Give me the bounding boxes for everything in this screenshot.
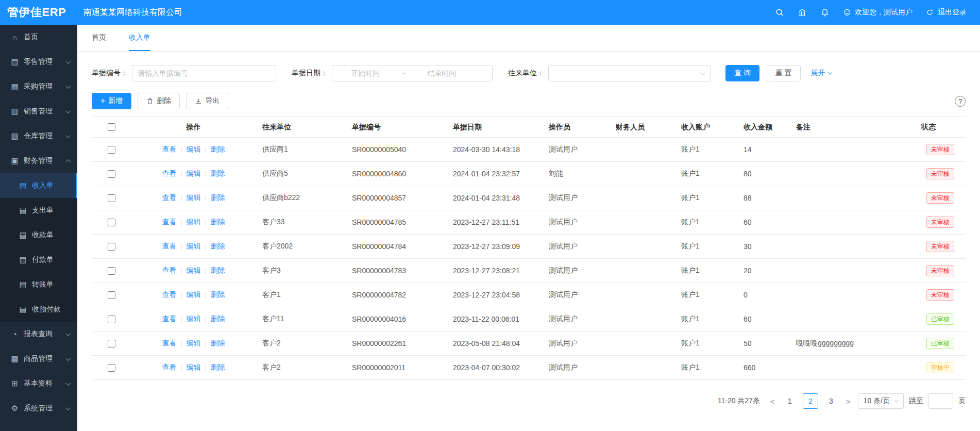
edit-link[interactable]: 编辑 bbox=[187, 266, 201, 275]
view-link[interactable]: 查看 bbox=[162, 193, 176, 203]
delete-link[interactable]: 删除 bbox=[211, 363, 225, 372]
delete-link[interactable]: 删除 bbox=[211, 193, 225, 203]
edit-link[interactable]: 编辑 bbox=[187, 218, 201, 227]
cell-bill-date: 2024-01-04 23:32:57 bbox=[447, 170, 543, 178]
row-checkbox[interactable] bbox=[108, 364, 115, 372]
sidebar-item-财务管理[interactable]: ▣财务管理 bbox=[0, 148, 77, 173]
home-shortcut-icon[interactable] bbox=[798, 8, 807, 17]
row-checkbox[interactable] bbox=[108, 170, 115, 178]
delete-link[interactable]: 删除 bbox=[211, 169, 225, 178]
reset-button[interactable]: 重 置 bbox=[767, 65, 801, 81]
edit-link[interactable]: 编辑 bbox=[187, 193, 201, 203]
delete-link[interactable]: 删除 bbox=[211, 218, 225, 227]
add-button[interactable]: + 新增 bbox=[92, 93, 131, 109]
sidebar-subitem-收入单[interactable]: ▤收入单 bbox=[0, 173, 77, 198]
view-link[interactable]: 查看 bbox=[162, 339, 176, 348]
logout-button[interactable]: 退出登录 bbox=[926, 8, 967, 17]
sidebar-item-系统管理[interactable]: ⚙系统管理 bbox=[0, 396, 77, 421]
sidebar-item-基本资料[interactable]: ⊞基本资料 bbox=[0, 371, 77, 396]
sidebar-subitem-付款单[interactable]: ▤付款单 bbox=[0, 247, 77, 272]
column-header-收入账户: 收入账户 bbox=[675, 123, 737, 132]
edit-link[interactable]: 编辑 bbox=[187, 363, 201, 372]
row-checkbox[interactable] bbox=[108, 219, 115, 226]
sidebar-item-报表查询[interactable]: ◔报表查询 bbox=[0, 322, 77, 346]
tab-home[interactable]: 首页 bbox=[92, 25, 106, 51]
prev-page-button[interactable]: < bbox=[768, 397, 777, 406]
table-row: 查看|编辑|删除客户2002SR000000047842023-12-27 23… bbox=[92, 235, 966, 259]
table-header-row: 操作往来单位单据编号单据日期操作员财务人员收入账户收入金额备注状态 bbox=[92, 117, 966, 138]
delete-link[interactable]: 删除 bbox=[211, 339, 225, 348]
view-link[interactable]: 查看 bbox=[162, 218, 176, 227]
jump-page-input[interactable] bbox=[928, 393, 953, 409]
export-button[interactable]: 导出 bbox=[186, 93, 228, 109]
search-icon[interactable] bbox=[775, 8, 784, 17]
cell-amount: 60 bbox=[737, 218, 790, 226]
view-link[interactable]: 查看 bbox=[162, 266, 176, 275]
date-range-picker[interactable]: ~ bbox=[332, 65, 493, 81]
view-link[interactable]: 查看 bbox=[162, 363, 176, 372]
sidebar-subitem-支出单[interactable]: ▤支出单 bbox=[0, 198, 77, 223]
sidebar-item-首页[interactable]: ⌂首页 bbox=[0, 25, 77, 49]
cell-bill-no: SR00000004857 bbox=[346, 194, 447, 202]
cell-operator: 测试用户 bbox=[543, 242, 610, 251]
cell-operator: 测试用户 bbox=[543, 339, 610, 348]
view-link[interactable]: 查看 bbox=[162, 290, 176, 300]
sidebar-subitem-转账单[interactable]: ▤转账单 bbox=[0, 272, 77, 297]
page-1-button[interactable]: 1 bbox=[782, 393, 798, 409]
edit-link[interactable]: 编辑 bbox=[187, 314, 201, 324]
view-link[interactable]: 查看 bbox=[162, 145, 176, 154]
cell-amount: 14 bbox=[737, 145, 790, 154]
cell-bill-date: 2023-12-27 23:04:58 bbox=[447, 291, 543, 299]
view-link[interactable]: 查看 bbox=[162, 242, 176, 251]
filter-bar: 单据编号： 单据日期： ~ 往来单位： 查 询 重 置 展开 bbox=[77, 52, 980, 81]
sidebar-item-采购管理[interactable]: ▦采购管理 bbox=[0, 74, 77, 99]
column-header-往来单位: 往来单位 bbox=[256, 123, 346, 132]
column-header-财务人员: 财务人员 bbox=[610, 123, 675, 132]
row-checkbox[interactable] bbox=[108, 243, 115, 251]
view-link[interactable]: 查看 bbox=[162, 314, 176, 324]
status-badge: 未审核 bbox=[926, 265, 954, 277]
edit-link[interactable]: 编辑 bbox=[187, 145, 201, 154]
edit-link[interactable]: 编辑 bbox=[187, 242, 201, 251]
row-checkbox[interactable] bbox=[108, 146, 115, 154]
row-checkbox[interactable] bbox=[108, 316, 115, 323]
delete-link[interactable]: 删除 bbox=[211, 290, 225, 300]
row-checkbox[interactable] bbox=[108, 291, 115, 299]
delete-link[interactable]: 删除 bbox=[211, 266, 225, 275]
basedata-icon: ⊞ bbox=[10, 379, 19, 388]
notification-bell-icon[interactable] bbox=[820, 8, 830, 17]
sidebar-item-销售管理[interactable]: ▥销售管理 bbox=[0, 99, 77, 124]
tab-income-bill[interactable]: 收入单 bbox=[129, 25, 150, 51]
search-button[interactable]: 查 询 bbox=[725, 65, 759, 81]
cell-account: 账户1 bbox=[675, 339, 737, 348]
delete-link[interactable]: 删除 bbox=[211, 242, 225, 251]
view-link[interactable]: 查看 bbox=[162, 169, 176, 178]
page-2-button[interactable]: 2 bbox=[803, 393, 818, 409]
row-checkbox[interactable] bbox=[108, 340, 115, 347]
help-icon[interactable]: ? bbox=[955, 96, 966, 107]
sidebar-item-商品管理[interactable]: ▩商品管理 bbox=[0, 346, 77, 371]
welcome-user[interactable]: 欢迎您，测试用户 bbox=[843, 8, 913, 17]
edit-link[interactable]: 编辑 bbox=[187, 290, 201, 300]
sidebar-item-零售管理[interactable]: ▤零售管理 bbox=[0, 49, 77, 74]
expand-filters-link[interactable]: 展开 bbox=[811, 69, 832, 78]
bill-no-input[interactable] bbox=[132, 65, 276, 81]
edit-link[interactable]: 编辑 bbox=[187, 339, 201, 348]
partner-select[interactable] bbox=[548, 65, 711, 81]
delete-link[interactable]: 删除 bbox=[211, 145, 225, 154]
row-checkbox[interactable] bbox=[108, 194, 115, 202]
page-size-select[interactable]: 10 条/页 bbox=[858, 393, 904, 409]
next-page-button[interactable]: > bbox=[844, 397, 853, 406]
delete-link[interactable]: 删除 bbox=[211, 314, 225, 324]
delete-button[interactable]: 删除 bbox=[138, 93, 180, 109]
edit-link[interactable]: 编辑 bbox=[187, 169, 201, 178]
date-end-input[interactable] bbox=[409, 69, 475, 77]
sidebar-item-仓库管理[interactable]: ▧仓库管理 bbox=[0, 124, 77, 148]
page-3-button[interactable]: 3 bbox=[823, 393, 839, 409]
sidebar-subitem-收预付款[interactable]: ▤收预付款 bbox=[0, 297, 77, 322]
row-checkbox[interactable] bbox=[108, 267, 115, 275]
finance-icon: ▣ bbox=[10, 156, 19, 165]
select-all-checkbox[interactable] bbox=[108, 123, 115, 131]
sidebar-subitem-收款单[interactable]: ▤收款单 bbox=[0, 223, 77, 247]
date-start-input[interactable] bbox=[332, 69, 398, 77]
